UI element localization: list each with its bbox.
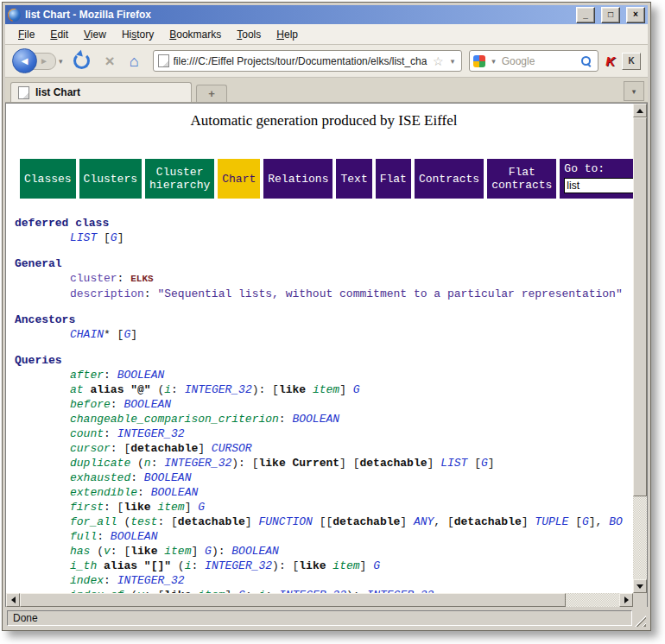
page-icon <box>158 54 169 67</box>
doc-token: : <box>104 574 117 587</box>
nav-button-cluster-hierarchy[interactable]: Clusterhierarchy <box>145 159 214 199</box>
class-link[interactable]: FUNCTION <box>258 515 312 528</box>
nav-button-relations[interactable]: Relations <box>263 159 332 199</box>
class-link[interactable]: G <box>353 383 360 396</box>
nav-button-text[interactable]: Text <box>336 159 371 199</box>
class-link[interactable]: TUPLE <box>535 515 568 528</box>
goto-input[interactable] <box>564 178 633 193</box>
scroll-up-button[interactable] <box>633 104 647 117</box>
class-link[interactable]: G <box>373 559 380 572</box>
class-link[interactable]: BOOLEAN <box>292 413 339 426</box>
vertical-scrollbar[interactable] <box>633 104 647 593</box>
scrollbar-corner <box>633 593 647 607</box>
k-addon-button[interactable]: K <box>622 53 641 70</box>
class-link[interactable]: BOOLEAN <box>231 545 279 558</box>
class-link[interactable]: BOOLEAN <box>144 471 192 484</box>
class-link[interactable]: BOOLEAN <box>151 486 199 499</box>
nav-button-clusters[interactable]: Clusters <box>79 159 142 199</box>
horizontal-scroll-thumb[interactable] <box>20 593 566 607</box>
search-input[interactable]: Google <box>502 55 578 67</box>
class-link[interactable]: BOOLEAN <box>117 369 165 382</box>
kaspersky-icon[interactable]: K <box>605 54 615 68</box>
feature-name: count <box>70 427 104 440</box>
class-link[interactable]: ANY <box>414 515 434 528</box>
tab-page-icon <box>18 86 29 99</box>
doc-token: ] <box>360 559 374 572</box>
back-button[interactable]: ◄ <box>12 48 37 73</box>
goto-label: Go to: <box>564 162 605 175</box>
home-icon[interactable]: ⌂ <box>130 54 139 69</box>
class-link[interactable]: G <box>205 545 212 558</box>
class-link[interactable]: G <box>111 231 117 244</box>
vertical-scroll-thumb[interactable] <box>633 117 647 496</box>
doc-token: like <box>164 589 191 593</box>
nav-button-flat-contracts[interactable]: Flatcontracts <box>487 159 556 199</box>
horizontal-scroll-track[interactable] <box>566 593 619 607</box>
title-bar[interactable]: list Chart - Mozilla Firefox _ □ × <box>5 5 648 24</box>
doc-line: for_all (test: [detachable] FUNCTION [[d… <box>15 515 633 529</box>
doc-token: : <box>137 486 151 499</box>
class-link[interactable]: LIST <box>440 457 467 470</box>
search-magnifier-icon[interactable] <box>581 56 591 66</box>
horizontal-scrollbar[interactable] <box>6 593 633 607</box>
menu-item-tools[interactable]: Tools <box>229 26 269 43</box>
scroll-left-button[interactable] <box>6 593 20 607</box>
scroll-right-button[interactable] <box>619 593 633 607</box>
maximize-button[interactable]: □ <box>601 7 620 23</box>
menu-item-view[interactable]: View <box>76 26 114 43</box>
feature-name: i <box>164 383 171 396</box>
tab-list-dropdown-button[interactable]: ▾ <box>624 81 644 101</box>
search-engine-dropdown[interactable]: ▾ <box>489 57 498 66</box>
vertical-scroll-track[interactable] <box>633 117 647 579</box>
url-dropdown-button[interactable]: ▾ <box>448 57 458 66</box>
class-link[interactable]: LIST <box>70 231 97 244</box>
class-link[interactable]: G <box>238 589 245 593</box>
search-box[interactable]: ▾ Google <box>469 50 598 72</box>
class-link[interactable]: BO <box>609 515 623 528</box>
class-link[interactable]: INTEGER_32 <box>117 427 185 440</box>
tab-list-chart[interactable]: list Chart <box>10 82 192 102</box>
class-link[interactable]: INTEGER_32 <box>279 589 346 593</box>
doc-token: description <box>70 287 144 300</box>
minimize-button[interactable]: _ <box>576 7 595 23</box>
nav-button-chart[interactable]: Chart <box>218 159 260 199</box>
nav-button-classes[interactable]: Classes <box>20 159 76 199</box>
address-bar[interactable]: file:///C:/Eiffel Projects/tour/Document… <box>153 50 463 72</box>
reload-icon[interactable] <box>73 53 90 69</box>
menu-item-bookmarks[interactable]: Bookmarks <box>162 26 229 43</box>
status-text: Done <box>7 610 632 626</box>
bookmark-star-icon[interactable]: ☆ <box>433 55 444 67</box>
class-link[interactable]: CHAIN <box>70 328 104 341</box>
doc-line: exhausted: BOOLEAN <box>15 470 633 485</box>
nav-button-contracts[interactable]: Contracts <box>415 159 484 199</box>
class-link[interactable]: INTEGER_32 <box>164 457 231 470</box>
scroll-down-button[interactable] <box>633 579 647 593</box>
stop-icon[interactable]: × <box>105 53 115 69</box>
history-dropdown-button[interactable]: ▾ <box>56 57 66 66</box>
doc-line: has (v: [like item] G): BOOLEAN <box>15 544 633 559</box>
nav-button-flat[interactable]: Flat <box>376 159 411 199</box>
class-link[interactable]: G <box>481 457 488 470</box>
resize-grip-icon[interactable] <box>635 616 646 627</box>
class-link[interactable]: INTEGER_32 <box>205 559 272 572</box>
doc-line: at alias "@" (i: INTEGER_32): [like item… <box>15 382 633 397</box>
class-link[interactable]: G <box>198 501 205 514</box>
doc-line: after: BOOLEAN <box>15 368 633 382</box>
class-link[interactable]: BOOLEAN <box>111 530 158 543</box>
navigation-toolbar: ◄ ► ▾ × ⌂ file:///C:/Eiffel Projects/tou… <box>5 45 648 78</box>
close-button[interactable]: × <box>626 7 645 23</box>
menu-item-history[interactable]: History <box>114 26 162 43</box>
menu-item-help[interactable]: Help <box>269 26 306 43</box>
class-link[interactable]: INTEGER_32 <box>185 383 252 396</box>
class-link[interactable]: INTEGER_32 <box>366 589 434 593</box>
menu-item-file[interactable]: File <box>10 26 42 43</box>
class-link[interactable]: CURSOR <box>212 442 252 455</box>
class-link[interactable]: BOOLEAN <box>124 398 171 411</box>
new-tab-button[interactable]: + <box>196 85 227 102</box>
doc-token: [ <box>568 515 582 528</box>
menu-item-edit[interactable]: Edit <box>42 26 76 43</box>
doc-token: ( <box>130 457 144 470</box>
class-link[interactable]: INTEGER_32 <box>117 574 185 587</box>
url-text[interactable]: file:///C:/Eiffel Projects/tour/Document… <box>174 55 429 67</box>
class-link[interactable]: G <box>582 515 589 528</box>
